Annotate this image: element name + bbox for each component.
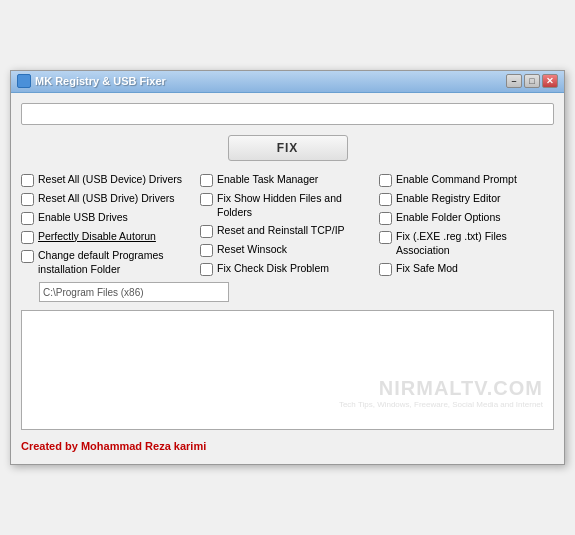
maximize-button[interactable]: □ <box>524 74 540 88</box>
label-check-disk: Fix Check Disk Problem <box>217 262 329 276</box>
title-bar-text: MK Registry & USB Fixer <box>17 74 166 88</box>
label-show-hidden: Fix Show Hidden Files and Folders <box>217 192 375 219</box>
checkbox-show-hidden[interactable] <box>200 193 213 206</box>
checkbox-winsock[interactable] <box>200 244 213 257</box>
option-cmd[interactable]: Enable Command Prompt <box>379 173 554 187</box>
option-show-hidden[interactable]: Fix Show Hidden Files and Folders <box>200 192 375 219</box>
title-controls: – □ ✕ <box>506 74 558 88</box>
search-bar[interactable] <box>21 103 554 125</box>
watermark: NIRMALTV.COM Tech Tips, Windows, Freewar… <box>339 377 543 409</box>
option-reset-usb-device[interactable]: Reset All (USB Device) Drivers <box>21 173 196 187</box>
footer-text: Created by Mohammad Reza karimi <box>21 438 554 454</box>
checkbox-enable-usb[interactable] <box>21 212 34 225</box>
app-icon <box>17 74 31 88</box>
options-grid: Reset All (USB Device) Drivers Reset All… <box>21 173 554 276</box>
checkbox-reset-usb-device[interactable] <box>21 174 34 187</box>
label-tcp-ip: Reset and Reinstall TCP/IP <box>217 224 345 238</box>
main-window: MK Registry & USB Fixer – □ ✕ FIX Reset … <box>10 70 565 465</box>
watermark-sub-text: Tech Tips, Windows, Freeware, Social Med… <box>339 400 543 409</box>
path-input[interactable] <box>39 282 229 302</box>
window-body: FIX Reset All (USB Device) Drivers Reset… <box>11 93 564 464</box>
label-folder-options: Enable Folder Options <box>396 211 500 225</box>
option-file-assoc[interactable]: Fix (.EXE .reg .txt) Files Association <box>379 230 554 257</box>
label-safe-mod: Fix Safe Mod <box>396 262 458 276</box>
output-area: NIRMALTV.COM Tech Tips, Windows, Freewar… <box>21 310 554 430</box>
option-reset-usb-drive[interactable]: Reset All (USB Drive) Drivers <box>21 192 196 206</box>
checkbox-task-manager[interactable] <box>200 174 213 187</box>
fix-button-row: FIX <box>21 135 554 161</box>
label-winsock: Reset Winsock <box>217 243 287 257</box>
checkbox-safe-mod[interactable] <box>379 263 392 276</box>
checkbox-regedit[interactable] <box>379 193 392 206</box>
checkbox-check-disk[interactable] <box>200 263 213 276</box>
checkbox-disable-autorun[interactable] <box>21 231 34 244</box>
options-col3: Enable Command Prompt Enable Registry Ed… <box>379 173 554 276</box>
label-task-manager: Enable Task Manager <box>217 173 318 187</box>
option-safe-mod[interactable]: Fix Safe Mod <box>379 262 554 276</box>
label-disable-autorun: Perfectly Disable Autorun <box>38 230 156 244</box>
checkbox-cmd[interactable] <box>379 174 392 187</box>
option-enable-usb[interactable]: Enable USB Drives <box>21 211 196 225</box>
options-col1: Reset All (USB Device) Drivers Reset All… <box>21 173 196 276</box>
checkbox-reset-usb-drive[interactable] <box>21 193 34 206</box>
label-reset-usb-drive: Reset All (USB Drive) Drivers <box>38 192 175 206</box>
option-folder-options[interactable]: Enable Folder Options <box>379 211 554 225</box>
checkbox-file-assoc[interactable] <box>379 231 392 244</box>
checkbox-change-folder[interactable] <box>21 250 34 263</box>
label-file-assoc: Fix (.EXE .reg .txt) Files Association <box>396 230 554 257</box>
option-task-manager[interactable]: Enable Task Manager <box>200 173 375 187</box>
label-cmd: Enable Command Prompt <box>396 173 517 187</box>
window-title: MK Registry & USB Fixer <box>35 75 166 87</box>
checkbox-tcp-ip[interactable] <box>200 225 213 238</box>
title-bar: MK Registry & USB Fixer – □ ✕ <box>11 71 564 93</box>
label-change-folder: Change default Programes installation Fo… <box>38 249 196 276</box>
option-disable-autorun[interactable]: Perfectly Disable Autorun <box>21 230 196 244</box>
label-enable-usb: Enable USB Drives <box>38 211 128 225</box>
label-reset-usb-device: Reset All (USB Device) Drivers <box>38 173 182 187</box>
checkbox-folder-options[interactable] <box>379 212 392 225</box>
option-check-disk[interactable]: Fix Check Disk Problem <box>200 262 375 276</box>
fix-button[interactable]: FIX <box>228 135 348 161</box>
option-regedit[interactable]: Enable Registry Editor <box>379 192 554 206</box>
close-button[interactable]: ✕ <box>542 74 558 88</box>
option-change-folder[interactable]: Change default Programes installation Fo… <box>21 249 196 276</box>
option-winsock[interactable]: Reset Winsock <box>200 243 375 257</box>
options-col2: Enable Task Manager Fix Show Hidden File… <box>200 173 375 276</box>
watermark-main-text: NIRMALTV.COM <box>339 377 543 400</box>
option-tcp-ip[interactable]: Reset and Reinstall TCP/IP <box>200 224 375 238</box>
minimize-button[interactable]: – <box>506 74 522 88</box>
label-regedit: Enable Registry Editor <box>396 192 500 206</box>
